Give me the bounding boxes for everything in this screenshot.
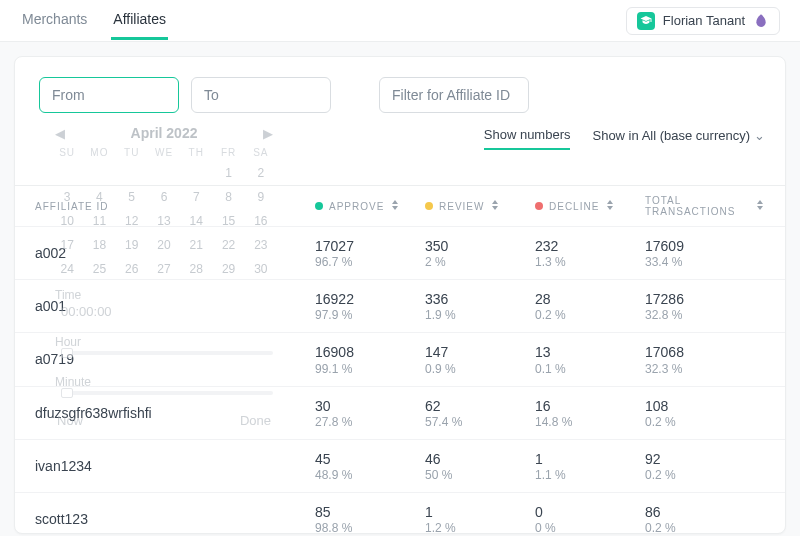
calendar-day[interactable]: 26: [118, 260, 146, 278]
calendar-day[interactable]: 14: [182, 212, 210, 230]
calendar-prev-month[interactable]: ◀: [55, 126, 65, 141]
calendar-time-label: Time: [39, 278, 289, 302]
tab-affiliates[interactable]: Affiliates: [111, 1, 168, 40]
col-review-label: REVIEW: [439, 201, 484, 212]
user-menu[interactable]: Florian Tanant: [626, 7, 780, 35]
calendar-hour-label: Hour: [39, 325, 289, 349]
cell-total: 920.2 %: [645, 450, 765, 482]
calendar-day[interactable]: 11: [85, 212, 113, 230]
primary-tabs: Merchants Affiliates: [20, 1, 168, 40]
status-dot-review-icon: [425, 202, 433, 210]
calendar-time-value: 00:00:00: [39, 302, 289, 325]
cell-review: 1470.9 %: [425, 343, 535, 375]
cell-decline: 00 %: [535, 503, 645, 535]
calendar-day: [150, 164, 178, 182]
cell-review: 11.2 %: [425, 503, 535, 535]
sort-icon: [605, 200, 615, 212]
calendar-day[interactable]: 13: [150, 212, 178, 230]
calendar-day[interactable]: 19: [118, 236, 146, 254]
calendar-weekday: FR: [214, 147, 242, 158]
calendar-weekday: TH: [182, 147, 210, 158]
calendar-day[interactable]: 22: [214, 236, 242, 254]
calendar-day[interactable]: 16: [247, 212, 275, 230]
col-review[interactable]: REVIEW: [425, 200, 535, 212]
cell-total: 860.2 %: [645, 503, 765, 535]
col-approve-label: APPROVE: [329, 201, 384, 212]
cell-approve: 1692297.9 %: [315, 290, 425, 322]
sort-icon: [755, 200, 765, 212]
status-dot-approve-icon: [315, 202, 323, 210]
tab-merchants[interactable]: Merchants: [20, 1, 89, 40]
cell-approve: 4548.9 %: [315, 450, 425, 482]
date-picker-popover: ◀ April 2022 ▶ SUMOTUWETHFRSA12345678910…: [39, 121, 289, 434]
calendar-day[interactable]: 25: [85, 260, 113, 278]
calendar-done-button[interactable]: Done: [240, 413, 271, 428]
calendar-now-button[interactable]: Now: [57, 413, 83, 428]
calendar-day[interactable]: 2: [247, 164, 275, 182]
view-toggles: Show numbers Show in All (base currency)…: [484, 127, 765, 150]
slider-knob-icon: [61, 388, 73, 398]
calendar-day[interactable]: 1: [214, 164, 242, 182]
cell-approve: 1702796.7 %: [315, 237, 425, 269]
cell-approve: 8598.8 %: [315, 503, 425, 535]
user-name: Florian Tanant: [663, 13, 745, 28]
status-dot-decline-icon: [535, 202, 543, 210]
sort-icon: [390, 200, 400, 212]
calendar-day[interactable]: 29: [214, 260, 242, 278]
col-total-label: TOTAL TRANSACTIONS: [645, 195, 749, 217]
col-approve[interactable]: APPROVE: [315, 200, 425, 212]
table-row[interactable]: scott1238598.8 %11.2 %00 %860.2 %: [15, 492, 785, 536]
affiliate-id-filter-input[interactable]: [379, 77, 529, 113]
toggle-show-currency-label: Show in All (base currency): [592, 128, 750, 143]
calendar-day[interactable]: 27: [150, 260, 178, 278]
calendar-day[interactable]: 30: [247, 260, 275, 278]
cell-decline: 280.2 %: [535, 290, 645, 322]
calendar-day[interactable]: 17: [53, 236, 81, 254]
content-panel: Show numbers Show in All (base currency)…: [14, 56, 786, 534]
leaf-icon: [753, 13, 769, 29]
calendar-day[interactable]: 15: [214, 212, 242, 230]
calendar-day[interactable]: 6: [150, 188, 178, 206]
toggle-show-numbers[interactable]: Show numbers: [484, 127, 571, 150]
calendar-day[interactable]: 3: [53, 188, 81, 206]
calendar-minute-slider[interactable]: [61, 391, 273, 395]
calendar-day[interactable]: 21: [182, 236, 210, 254]
calendar-day[interactable]: 4: [85, 188, 113, 206]
table-row[interactable]: ivan12344548.9 %4650 %11.1 %920.2 %: [15, 439, 785, 492]
cell-approve: 1690899.1 %: [315, 343, 425, 375]
calendar-day: [85, 164, 113, 182]
calendar-weekday: TU: [118, 147, 146, 158]
calendar-day[interactable]: 10: [53, 212, 81, 230]
calendar-day[interactable]: 18: [85, 236, 113, 254]
calendar-weekday: WE: [150, 147, 178, 158]
cell-total: 1728632.8 %: [645, 290, 765, 322]
calendar-day[interactable]: 28: [182, 260, 210, 278]
calendar-day[interactable]: 9: [247, 188, 275, 206]
col-decline[interactable]: DECLINE: [535, 200, 645, 212]
cell-decline: 11.1 %: [535, 450, 645, 482]
filters-row: [15, 57, 785, 123]
calendar-day[interactable]: 8: [214, 188, 242, 206]
cell-affiliate-id: scott123: [35, 511, 315, 527]
calendar-day: [53, 164, 81, 182]
calendar-title: April 2022: [131, 125, 198, 141]
calendar-next-month[interactable]: ▶: [263, 126, 273, 141]
cell-total: 1760933.4 %: [645, 237, 765, 269]
calendar-day[interactable]: 12: [118, 212, 146, 230]
date-to-input[interactable]: [191, 77, 331, 113]
toggle-show-currency[interactable]: Show in All (base currency)⌄: [592, 128, 765, 149]
calendar-day[interactable]: 5: [118, 188, 146, 206]
calendar-minute-label: Minute: [39, 365, 289, 389]
calendar-day: [118, 164, 146, 182]
calendar-hour-slider[interactable]: [61, 351, 273, 355]
sort-icon: [490, 200, 500, 212]
cell-total: 1080.2 %: [645, 397, 765, 429]
calendar-day[interactable]: 23: [247, 236, 275, 254]
col-total[interactable]: TOTAL TRANSACTIONS: [645, 195, 765, 217]
calendar-day[interactable]: 7: [182, 188, 210, 206]
cell-review: 4650 %: [425, 450, 535, 482]
date-from-input[interactable]: [39, 77, 179, 113]
calendar-weekday: MO: [85, 147, 113, 158]
calendar-day[interactable]: 20: [150, 236, 178, 254]
calendar-day[interactable]: 24: [53, 260, 81, 278]
